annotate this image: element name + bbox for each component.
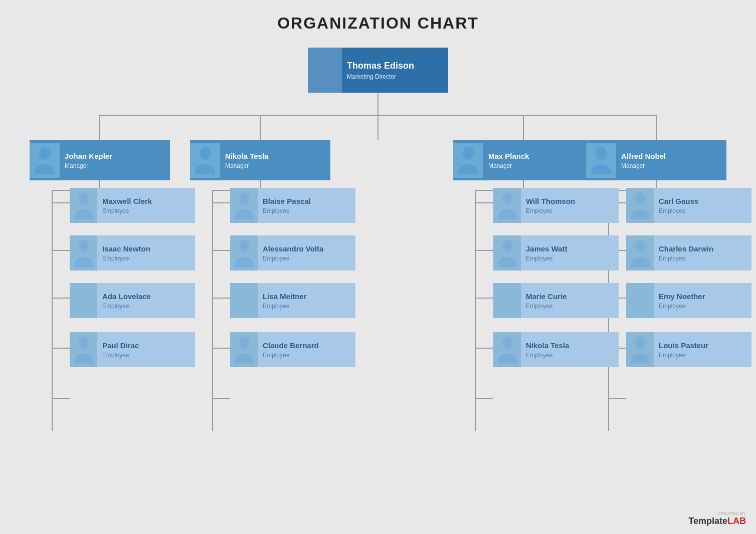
employee-name-1-3: Claude Bernard [263,341,350,351]
svg-point-53 [502,192,512,204]
employee-role-3-3: Employee [659,352,746,359]
person-silhouette [71,335,96,365]
employee-role-3-0: Employee [659,207,746,214]
employee-role-1-0: Employee [263,207,350,214]
employee-name-0-0: Maxwell Clerk [102,196,190,206]
employee-name-2-2: Marie Curie [526,292,614,302]
person-silhouette [589,145,614,175]
person-silhouette [71,286,96,316]
svg-point-44 [79,192,89,204]
manager-name-3: Alfred Nobel [621,151,721,161]
person-silhouette [628,335,653,365]
employee-node-0-1: Isaac Newton Employee [70,235,195,271]
employee-role-1-3: Employee [263,352,350,359]
avatar [626,332,654,367]
employee-role-3-2: Employee [659,303,746,310]
person-silhouette [232,190,257,220]
employee-node-3-2: Emy Noether Employee [626,283,751,318]
manager-node-1: Nikola Tesla Manager [190,140,330,180]
employee-role-2-2: Employee [526,303,614,310]
employee-role-2-1: Employee [526,255,614,262]
avatar [30,143,60,178]
avatar [493,235,521,271]
employee-name-0-3: Paul Dirac [102,341,190,351]
person-silhouette [495,238,520,268]
employee-node-2-0: Will Thomson Employee [493,188,619,223]
employee-node-3-1: Charles Darwin Employee [626,235,751,271]
avatar [70,188,97,223]
employee-node-1-0: Blaise Pascal Employee [230,188,355,223]
employee-name-1-0: Blaise Pascal [263,196,350,206]
employee-role-0-2: Employee [102,303,190,310]
employee-role-0-0: Employee [102,207,190,214]
avatar [453,143,483,178]
avatar [230,188,258,223]
watermark: CREATED BY TemplateLAB [688,511,746,526]
svg-point-52 [239,337,249,349]
top-node-name: Thomas Edison [347,60,443,72]
person-silhouette [628,238,653,268]
created-by-label: CREATED BY [688,511,746,516]
person-silhouette [71,238,96,268]
employee-node-0-0: Maxwell Clerk Employee [70,188,195,223]
avatar [308,48,342,93]
employee-name-2-3: Nikola Tesla [526,341,614,351]
svg-point-41 [200,147,211,160]
manager-role-1: Manager [225,162,325,169]
employee-name-2-1: James Watt [526,244,614,254]
manager-role-3: Manager [621,162,721,169]
employee-name-3-3: Louis Pasteur [659,341,746,351]
person-silhouette [32,145,57,175]
manager-node-0: Johan Kepler Manager [30,140,170,180]
person-silhouette [71,190,96,220]
employee-node-3-3: Louis Pasteur Employee [626,332,751,367]
avatar [626,235,654,271]
manager-name-0: Johan Kepler [65,151,165,161]
employee-role-1-1: Employee [263,255,350,262]
avatar [626,283,654,318]
svg-point-47 [76,296,82,304]
svg-point-45 [79,240,89,252]
svg-point-54 [502,240,512,252]
employee-node-3-0: Carl Gauss Employee [626,188,751,223]
employee-role-2-3: Employee [526,352,614,359]
org-chart: Thomas Edison Marketing Director Johan K… [22,43,734,488]
avatar [70,332,97,367]
svg-point-57 [635,192,645,204]
employee-name-0-2: Ada Lovelace [102,292,190,302]
avatar [230,235,258,271]
employee-name-1-2: Lisa Meitner [263,292,350,302]
svg-point-60 [635,337,645,349]
avatar [493,332,521,367]
employee-role-0-1: Employee [102,255,190,262]
svg-point-48 [79,337,89,349]
employee-name-1-1: Alessandro Volta [263,244,350,254]
employee-name-3-1: Charles Darwin [659,244,746,254]
employee-name-3-2: Emy Noether [659,292,746,302]
svg-point-56 [502,337,512,349]
manager-node-3: Alfred Nobel Manager [586,140,726,180]
employee-node-0-3: Paul Dirac Employee [70,332,195,367]
manager-name-2: Max Planck [488,151,589,161]
svg-point-49 [239,192,249,204]
employee-role-1-2: Employee [263,303,350,310]
manager-node-2: Max Planck Manager [453,140,594,180]
employee-node-1-2: Lisa Meitner Employee [230,283,355,318]
employee-name-0-1: Isaac Newton [102,244,190,254]
person-silhouette [312,55,337,85]
employee-node-0-2: Ada Lovelace Employee [70,283,195,318]
avatar [190,143,220,178]
org-layout: Thomas Edison Marketing Director Johan K… [22,43,734,488]
employee-node-2-2: Marie Curie Employee [493,283,619,318]
avatar [493,283,521,318]
person-silhouette [232,335,257,365]
manager-role-0: Manager [65,162,165,169]
svg-point-58 [635,240,645,252]
employee-name-3-0: Carl Gauss [659,196,746,206]
page-title: ORGANIZATION CHART [0,0,756,43]
svg-point-39 [319,57,330,70]
avatar [493,188,521,223]
employee-role-3-1: Employee [659,255,746,262]
avatar [70,235,97,271]
avatar [230,332,258,367]
